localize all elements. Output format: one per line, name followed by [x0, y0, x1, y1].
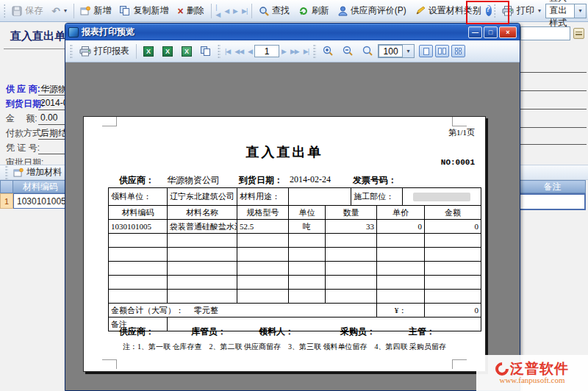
- nav-prev-button[interactable]: ◀: [222, 6, 231, 16]
- zoom-in-button[interactable]: [318, 43, 338, 60]
- undo-button[interactable]: ↶ ▾: [47, 2, 71, 20]
- help-icon[interactable]: ?: [486, 5, 492, 16]
- zoom-out-button[interactable]: [338, 43, 358, 60]
- zoom-level-input[interactable]: [379, 45, 402, 57]
- page-next2-button[interactable]: ▶▶: [288, 46, 301, 57]
- nav-next-button[interactable]: ▶: [231, 6, 240, 16]
- save-button[interactable]: 保存: [7, 2, 47, 20]
- export-data-button[interactable]: X: [177, 43, 196, 60]
- nav-first-button[interactable]: |◀: [213, 2, 222, 20]
- multi-page-view-button[interactable]: [451, 45, 465, 57]
- export-excel-button[interactable]: X: [139, 43, 158, 60]
- total-row: 金额合计（大写）：零元整 ¥： 0: [109, 304, 481, 318]
- calendar-icon[interactable]: [573, 28, 584, 39]
- preview-area[interactable]: 第1/1页 直入直出单 NO:0001 供应商： 华源物资公司 到货日期： 20…: [65, 62, 520, 390]
- magnifier-icon: [362, 46, 373, 57]
- construction-part-label: 施工部位：: [351, 188, 403, 206]
- col-header: 金额: [425, 206, 481, 220]
- page-prev-button[interactable]: ◀: [245, 46, 254, 57]
- export-excel2-button[interactable]: X: [158, 43, 177, 60]
- add-material-button[interactable]: 增加材料: [26, 166, 62, 179]
- page-last-button[interactable]: ▶|: [301, 46, 311, 57]
- undo-dropdown-arrow: ▾: [64, 7, 67, 14]
- find-icon: [259, 6, 269, 16]
- page-prev2-button[interactable]: ◀◀: [232, 46, 245, 57]
- refresh-button[interactable]: 刷新: [294, 2, 334, 20]
- supplier-label: 供 应 商:: [6, 83, 40, 96]
- toolbar-grip: [313, 44, 316, 59]
- style-select-dropdown[interactable]: ▾: [574, 4, 586, 18]
- remark-column-header[interactable]: 备注: [519, 180, 586, 193]
- amount-in-words: 零元整: [194, 306, 218, 315]
- separator: [136, 44, 137, 59]
- refresh-icon: [298, 6, 309, 16]
- page-next-button[interactable]: ▶: [279, 46, 288, 57]
- col-header: 材料名称: [168, 206, 237, 220]
- zoom-level-dropdown[interactable]: ▾: [402, 45, 414, 57]
- copy-page-button[interactable]: [196, 43, 215, 60]
- new-icon: [80, 6, 90, 15]
- col-header: 单位: [289, 206, 326, 220]
- copy-new-button[interactable]: 复制新增: [115, 2, 173, 20]
- arrival-date-label: 到货日期:: [6, 98, 44, 110]
- separator: [211, 4, 212, 18]
- dialog-titlebar[interactable]: 报表打印预览 — □ ×: [65, 24, 520, 40]
- print-button[interactable]: 打印 ▾: [498, 2, 545, 20]
- receiving-unit-value: 辽宁东北建筑公司: [168, 188, 237, 206]
- materials-header-row: 材料编码 材料名称 规格型号 单位 数量 单价 金额: [109, 206, 481, 220]
- copy-distribution-note: 注：1、第一联 仓库存查 2、第二联 供应商留存 3、第三联 领料单位留存 4、…: [84, 342, 485, 352]
- find-button[interactable]: 查找: [254, 2, 294, 20]
- nav-last-button[interactable]: ▶|: [240, 6, 249, 16]
- single-page-view-button[interactable]: [419, 45, 433, 57]
- copy-pages-icon: [201, 46, 211, 56]
- total-label: 金额合计（大写）：: [111, 306, 184, 315]
- col-header: 数量: [326, 206, 377, 220]
- preview-page: 第1/1页 直入直出单 NO:0001 供应商： 华源物资公司 到货日期： 20…: [83, 116, 486, 372]
- field-underline-right: [520, 144, 587, 145]
- remark-cell[interactable]: [519, 193, 586, 210]
- zoom-in-icon: [323, 46, 334, 57]
- currency-symbol-cell: ¥：: [377, 304, 425, 318]
- minimize-button[interactable]: —: [468, 26, 482, 38]
- construction-part-value: [403, 188, 481, 206]
- page-title: 直入直出单: [10, 29, 65, 43]
- close-button[interactable]: ×: [499, 26, 517, 38]
- print-report-button[interactable]: 打印报表: [75, 43, 134, 60]
- sig-purchaser: 采购员：: [340, 326, 376, 338]
- dialog-title: 报表打印预览: [82, 26, 467, 38]
- separator: [74, 4, 74, 18]
- printer-icon: [502, 6, 514, 16]
- maximize-button[interactable]: □: [484, 26, 498, 38]
- person-icon: [338, 6, 348, 16]
- doc-invoice-label: 发票号码：: [353, 174, 397, 187]
- print-dropdown-arrow: ▾: [538, 7, 541, 14]
- document-number: NO:0001: [441, 158, 475, 167]
- zoom-reset-button[interactable]: [358, 43, 378, 60]
- excel-icon: X: [143, 46, 154, 57]
- info-table: 领料单位： 辽宁东北建筑公司 材料用途： 施工部位：: [108, 187, 481, 206]
- new-button[interactable]: 新增: [76, 2, 115, 20]
- page-number-input[interactable]: [254, 45, 279, 57]
- vendor-watermark: 泛普软件 www.fanpusoft.com: [476, 355, 588, 391]
- sig-supplier: 供应商：: [119, 326, 154, 338]
- zoom-level-select[interactable]: ▾: [378, 44, 415, 58]
- amount-value[interactable]: 0.00: [40, 112, 57, 123]
- grid-corner-cell: [0, 180, 13, 193]
- field-underline-right: [520, 90, 587, 91]
- col-header: 单价: [377, 206, 425, 220]
- doc-arrival-label: 到货日期：: [239, 174, 283, 187]
- supplier-eval-button[interactable]: 供应商评价(P): [334, 2, 411, 20]
- empty-row: [109, 276, 481, 290]
- style-select[interactable]: 直入直出样式 ▾: [545, 4, 587, 18]
- separator: [251, 4, 252, 18]
- set-material-category-button[interactable]: 设置材料类别: [411, 2, 486, 20]
- material-usage-label: 材料用途：: [237, 188, 289, 206]
- doc-supplier-label: 供应商：: [119, 174, 154, 187]
- row-number-cell[interactable]: 1: [0, 193, 13, 209]
- toolbar-grip: [494, 4, 495, 18]
- delete-button[interactable]: × 删除: [173, 2, 208, 20]
- page-first-button[interactable]: |◀: [223, 46, 232, 57]
- redacted-value: [413, 193, 470, 201]
- two-page-view-button[interactable]: [435, 45, 449, 57]
- cell-spec-model: 52.5: [237, 220, 289, 234]
